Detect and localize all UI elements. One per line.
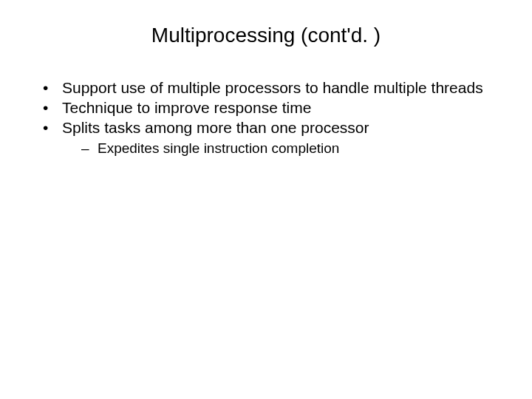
bullet-text: Technique to improve response time bbox=[62, 99, 311, 116]
bullet-item: Splits tasks among more than one process… bbox=[43, 118, 502, 158]
sub-bullet-item: Expedites single instruction completion bbox=[81, 140, 502, 158]
bullet-item: Technique to improve response time bbox=[43, 98, 502, 118]
bullet-item: Support use of multiple processors to ha… bbox=[43, 78, 502, 98]
slide-title: Multiprocessing (cont'd. ) bbox=[30, 24, 502, 47]
bullet-text: Support use of multiple processors to ha… bbox=[62, 79, 483, 96]
slide-container: Multiprocessing (cont'd. ) Support use o… bbox=[0, 0, 532, 399]
bullet-text: Splits tasks among more than one process… bbox=[62, 119, 369, 136]
sub-bullet-text: Expedites single instruction completion bbox=[98, 140, 339, 156]
sub-bullet-list: Expedites single instruction completion bbox=[62, 140, 502, 158]
bullet-list: Support use of multiple processors to ha… bbox=[30, 78, 502, 157]
